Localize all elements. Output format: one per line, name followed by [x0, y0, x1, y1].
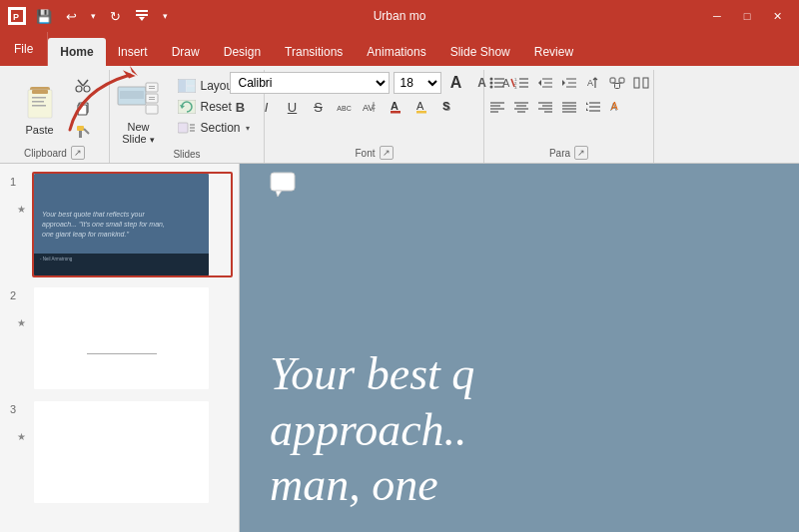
undo-dropdown[interactable]: ▾ — [87, 9, 100, 23]
tab-insert[interactable]: Insert — [106, 38, 160, 66]
comment-bubble[interactable] — [270, 172, 300, 198]
svg-marker-98 — [586, 102, 588, 105]
slide-thumb-1[interactable]: Your best quote that reflects your appro… — [32, 172, 233, 277]
svg-marker-4 — [139, 17, 145, 21]
font-name-row: Calibri 18 A A A — [230, 72, 519, 94]
slide-item-3[interactable]: 3 ★ — [6, 399, 233, 505]
close-button[interactable]: ✕ — [763, 6, 791, 26]
svg-text:A: A — [391, 100, 399, 112]
clipboard-dialog-launcher[interactable]: ↗ — [71, 146, 85, 160]
strikethrough-button[interactable]: S — [308, 96, 330, 118]
svg-rect-35 — [178, 123, 188, 133]
increase-indent-button[interactable] — [558, 72, 580, 94]
svg-point-13 — [76, 86, 82, 92]
slide-item-1[interactable]: 1 ★ Your best quote that reflects your a… — [6, 172, 233, 277]
slides-label: Slides — [173, 149, 200, 160]
svg-rect-74 — [614, 84, 619, 89]
svg-rect-22 — [146, 83, 158, 92]
svg-rect-6 — [28, 90, 52, 118]
tab-file[interactable]: File — [0, 32, 48, 66]
svg-rect-21 — [120, 91, 144, 99]
svg-point-53 — [489, 86, 492, 89]
align-right-button[interactable] — [534, 96, 556, 118]
svg-text:A: A — [587, 78, 593, 88]
svg-rect-104 — [271, 173, 295, 191]
font-dialog-launcher[interactable]: ↗ — [380, 146, 394, 160]
svg-rect-48 — [416, 111, 426, 114]
slide-star-1: ★ — [17, 188, 26, 215]
text-shadow-para-button[interactable]: AA — [606, 96, 628, 118]
text-direction-button[interactable]: A — [582, 72, 604, 94]
slide1-bar: - Neil Armstrong — [34, 254, 209, 275]
svg-rect-46 — [391, 111, 400, 114]
svg-rect-16 — [78, 105, 87, 115]
customize-qat[interactable]: ▾ — [159, 9, 172, 23]
svg-rect-77 — [634, 78, 639, 88]
save-button[interactable]: 💾 — [32, 7, 56, 26]
svg-line-11 — [78, 80, 83, 86]
numbering-button[interactable]: 1.2.3. — [510, 72, 532, 94]
tab-draw[interactable]: Draw — [160, 38, 212, 66]
text-highlight-button[interactable]: A — [411, 96, 433, 118]
font-group: Calibri 18 A A A B I U S abc AV — [265, 70, 484, 163]
paste-label: Paste — [25, 124, 53, 136]
bullets-button[interactable] — [486, 72, 508, 94]
minimize-button[interactable]: ─ — [703, 6, 731, 26]
tab-slideshow[interactable]: Slide Show — [438, 38, 522, 66]
paste-button[interactable]: Paste — [14, 78, 66, 140]
italic-button[interactable]: I — [256, 96, 278, 118]
clipboard-group: Paste — [0, 70, 110, 163]
new-slide-icon-area[interactable]: New Slide ▾ — [112, 79, 164, 147]
para-group: 1.2.3. A — [484, 70, 654, 163]
slide-thumb-inner-3 — [34, 401, 209, 503]
font-size-select[interactable]: 18 — [394, 72, 441, 94]
tab-transitions[interactable]: Transitions — [273, 38, 355, 66]
copy-button[interactable] — [70, 98, 96, 120]
format-painter-button[interactable] — [70, 121, 96, 143]
slide-item-2[interactable]: 2 ★ — [6, 285, 233, 391]
svg-point-14 — [84, 86, 90, 92]
new-slide-label[interactable]: New — [127, 121, 149, 133]
decrease-indent-button[interactable] — [534, 72, 556, 94]
small-caps-button[interactable]: abc — [334, 96, 356, 118]
smart-art-button[interactable] — [606, 72, 628, 94]
para-dialog-launcher[interactable]: ↗ — [574, 146, 588, 160]
svg-point-52 — [489, 82, 492, 85]
text-shadow-button[interactable]: SS — [437, 96, 459, 118]
align-left-button[interactable] — [486, 96, 508, 118]
slide-thumb-3[interactable] — [32, 399, 233, 505]
svg-rect-17 — [77, 126, 84, 131]
justify-button[interactable] — [558, 96, 580, 118]
window-controls: ─ □ ✕ — [703, 6, 791, 26]
font-name-select[interactable]: Calibri — [230, 72, 390, 94]
svg-text:3.: 3. — [514, 85, 517, 90]
redo-button[interactable]: ↻ — [106, 7, 125, 26]
svg-rect-10 — [32, 105, 46, 107]
align-center-button[interactable] — [510, 96, 532, 118]
title-bar-left: P 💾 ↩ ▾ ↻ ▾ — [8, 6, 172, 27]
section-button[interactable]: Section ▾ — [172, 118, 255, 138]
font-color-button[interactable]: A — [386, 96, 407, 118]
increase-font-size[interactable]: A — [445, 72, 467, 94]
line-spacing-button[interactable] — [582, 96, 604, 118]
slide-panel: 1 ★ Your best quote that reflects your a… — [0, 164, 240, 532]
slide-thumb-2[interactable] — [32, 285, 233, 391]
undo-button[interactable]: ↩ — [62, 7, 81, 26]
tab-home[interactable]: Home — [48, 38, 105, 66]
main-slide-quote: Your best q approach.. man, one — [270, 346, 769, 512]
qat-button[interactable] — [131, 6, 153, 27]
character-spacing-button[interactable]: AV — [360, 96, 382, 118]
font-content: Calibri 18 A A A B I U S abc AV — [230, 72, 519, 120]
bold-button[interactable]: B — [230, 96, 252, 118]
window-title: Urban mo — [374, 9, 426, 23]
slide-thumb-inner-2 — [34, 287, 209, 389]
font-label: Font ↗ — [355, 146, 393, 160]
tab-animations[interactable]: Animations — [355, 38, 437, 66]
svg-marker-105 — [276, 191, 282, 197]
columns-button[interactable] — [630, 72, 652, 94]
maximize-button[interactable]: □ — [733, 6, 761, 26]
tab-design[interactable]: Design — [212, 38, 273, 66]
tab-review[interactable]: Review — [522, 38, 585, 66]
cut-button[interactable] — [70, 75, 96, 97]
underline-button[interactable]: U — [282, 96, 304, 118]
